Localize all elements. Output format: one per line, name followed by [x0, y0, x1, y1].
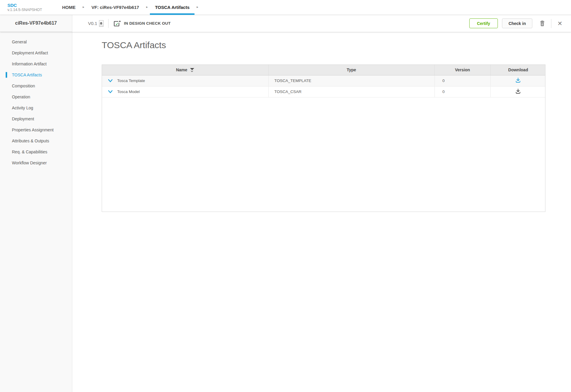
certify-button[interactable]: Certify [469, 18, 498, 28]
sidebar-item-deployment[interactable]: Deployment [0, 113, 72, 124]
close-button[interactable]: ✕ [556, 19, 564, 28]
page-title: TOSCA Artifacts [102, 40, 571, 51]
main-content: TOSCA Artifacts Name [72, 32, 571, 392]
entity-title: ciRes-VF97e4b617 [15, 21, 57, 26]
column-header-type[interactable]: Type [268, 65, 434, 75]
sidebar: General Deployment Artifact Information … [0, 32, 72, 392]
table-row[interactable]: Tosca Model TOSCA_CSAR 0 [102, 86, 545, 97]
artifact-version: 0 [434, 86, 490, 97]
chevron-down-icon [108, 90, 113, 94]
chevron-down-icon [108, 79, 113, 83]
sidebar-item-workflow-designer[interactable]: Workflow Designer [0, 157, 72, 168]
sort-icon [190, 68, 194, 72]
breadcrumb-tab-vf[interactable]: VF: ciRes-VF97e4b617 [87, 0, 144, 15]
entity-title-panel: ciRes-VF97e4b617 [0, 15, 72, 32]
sidebar-item-tosca-artifacts[interactable]: TOSCA Artifacts [0, 69, 72, 80]
sidebar-item-operation[interactable]: Operation [0, 91, 72, 102]
brand-version: v.1.14.5-SNAPSHOT [7, 8, 57, 12]
workspace-toolbar: V0.1 IN DESIGN CHECK OUT Certify Check i… [72, 15, 571, 32]
download-button[interactable] [514, 77, 523, 84]
close-icon: ✕ [557, 21, 562, 26]
sidebar-item-composition[interactable]: Composition [0, 80, 72, 91]
expand-row-button[interactable] [108, 79, 113, 83]
artifact-name: Tosca Template [117, 78, 145, 83]
breadcrumb: HOME ▸ VF: ciRes-VF97e4b617 ▸ TOSCA Arti… [57, 0, 200, 15]
content-row: General Deployment Artifact Information … [0, 32, 571, 392]
expand-row-button[interactable] [108, 90, 113, 94]
sidebar-item-activity-log[interactable]: Activity Log [0, 102, 72, 113]
sidebar-item-req-capabilities[interactable]: Req. & Capabilities [0, 146, 72, 157]
version-stepper[interactable] [99, 20, 103, 27]
column-header-version[interactable]: Version [434, 65, 490, 75]
brand-name: SDC [7, 3, 57, 8]
sdc-logo: SDC v.1.14.5-SNAPSHOT [0, 0, 57, 15]
download-icon [515, 89, 521, 94]
check-in-button[interactable]: Check in [502, 18, 532, 28]
column-header-name[interactable]: Name [102, 65, 268, 75]
version-label: V0.1 [88, 21, 97, 26]
download-button[interactable] [514, 88, 523, 95]
artifact-type: TOSCA_TEMPLATE [268, 75, 434, 86]
toolbar-divider [551, 19, 551, 28]
sidebar-item-deployment-artifact[interactable]: Deployment Artifact [0, 47, 72, 58]
artifact-type: TOSCA_CSAR [268, 86, 434, 97]
column-header-name-label: Name [176, 67, 187, 72]
table-header-row: Name Type Version Download [102, 65, 545, 75]
breadcrumb-tab-tosca-artifacts[interactable]: TOSCA Artifacts [150, 0, 194, 15]
column-header-download[interactable]: Download [490, 65, 545, 75]
breadcrumb-arrow-icon: ▸ [194, 0, 200, 15]
download-icon [515, 78, 521, 83]
status-label: IN DESIGN CHECK OUT [124, 21, 171, 26]
tosca-artifacts-table: Name Type Version Download [102, 64, 545, 212]
stepper-down-icon [100, 23, 102, 25]
lifecycle-status: IN DESIGN CHECK OUT [113, 20, 171, 27]
workspace-header: ciRes-VF97e4b617 V0.1 IN DESIGN CHECK OU… [0, 15, 571, 32]
delete-button[interactable] [538, 19, 546, 28]
breadcrumb-tab-home[interactable]: HOME [57, 0, 81, 15]
stepper-up-icon [100, 22, 102, 23]
breadcrumb-arrow-icon: ▸ [81, 0, 87, 15]
sidebar-item-general[interactable]: General [0, 36, 72, 47]
sidebar-item-attributes-outputs[interactable]: Attributes & Outputs [0, 135, 72, 146]
table-row[interactable]: Tosca Template TOSCA_TEMPLATE 0 [102, 75, 545, 86]
breadcrumb-arrow-icon: ▸ [144, 0, 150, 15]
top-nav-bar: SDC v.1.14.5-SNAPSHOT HOME ▸ VF: ciRes-V… [0, 0, 571, 15]
trash-icon [539, 20, 545, 26]
sidebar-item-properties-assignment[interactable]: Properties Assignment [0, 124, 72, 135]
edit-draft-icon [113, 20, 121, 27]
toolbar-divider [108, 19, 109, 28]
artifact-name: Tosca Model [117, 89, 140, 94]
sidebar-item-information-artifact[interactable]: Information Artifact [0, 58, 72, 69]
artifact-version: 0 [434, 75, 490, 86]
